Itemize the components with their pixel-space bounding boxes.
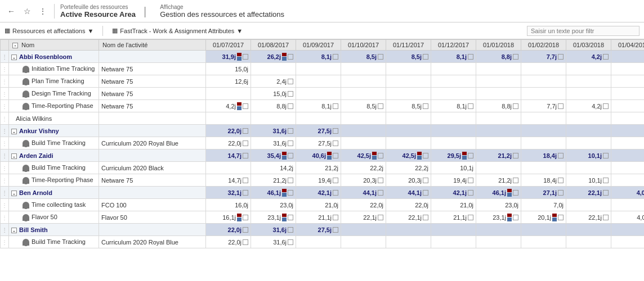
- cell-checkbox[interactable]: [333, 128, 338, 134]
- cell-checkbox[interactable]: [468, 215, 473, 220]
- cell-checkbox[interactable]: [378, 178, 383, 183]
- cell-checkbox[interactable]: [333, 54, 338, 60]
- cell-checkbox[interactable]: [333, 140, 338, 146]
- cell-checkbox[interactable]: [243, 103, 248, 109]
- cell-checkbox[interactable]: [288, 54, 293, 60]
- drag-handle[interactable]: ⋮: [1, 100, 9, 112]
- cell-checkbox[interactable]: [378, 153, 383, 158]
- cell-checkbox[interactable]: [333, 227, 338, 233]
- cell-checkbox[interactable]: [468, 54, 473, 60]
- toolbar-group-resources[interactable]: ▦ Ressources et affectations ▼: [5, 27, 93, 34]
- drag-handle[interactable]: ⋮: [1, 174, 9, 187]
- cell-checkbox[interactable]: [378, 190, 383, 196]
- drag-handle[interactable]: ⋮: [1, 211, 9, 224]
- drag-handle[interactable]: ⋮: [1, 199, 9, 211]
- cell-checkbox[interactable]: [378, 54, 383, 60]
- cell-checkbox[interactable]: [288, 79, 293, 84]
- expand-icon[interactable]: -: [11, 129, 17, 134]
- search-input[interactable]: [527, 26, 639, 36]
- cell-checkbox[interactable]: [288, 227, 293, 233]
- cell-checkbox[interactable]: [333, 103, 338, 109]
- back-button[interactable]: ←: [5, 4, 18, 18]
- drag-handle[interactable]: ⋮: [1, 88, 9, 100]
- cell-checkbox[interactable]: [288, 178, 293, 183]
- cell-checkbox[interactable]: [468, 153, 473, 158]
- cell-checkbox[interactable]: [558, 103, 564, 109]
- cell-checkbox[interactable]: [333, 190, 338, 196]
- expand-icon[interactable]: -: [11, 191, 17, 196]
- cell-checkbox[interactable]: [423, 153, 428, 158]
- drag-handle[interactable]: ⋮: [1, 63, 9, 75]
- expand-icon[interactable]: -: [11, 55, 17, 60]
- cell-checkbox[interactable]: [513, 178, 518, 183]
- drag-handle[interactable]: ⋮: [1, 162, 9, 174]
- star-button[interactable]: ☆: [20, 4, 34, 18]
- cell-checkbox[interactable]: [378, 103, 383, 109]
- cell-checkbox[interactable]: [423, 215, 428, 220]
- cell-checkbox[interactable]: [243, 227, 248, 233]
- cell-checkbox[interactable]: [288, 190, 293, 196]
- drag-handle[interactable]: ⋮: [1, 149, 9, 162]
- cell-checkbox[interactable]: [513, 54, 518, 60]
- drag-handle[interactable]: ⋮: [1, 236, 9, 248]
- cell-name[interactable]: -Ankur Vishny: [9, 125, 99, 137]
- cell-name[interactable]: -Bill Smith: [9, 224, 99, 236]
- drag-handle[interactable]: ⋮: [1, 125, 9, 137]
- cell-checkbox[interactable]: [288, 91, 293, 97]
- cell-checkbox[interactable]: [513, 215, 518, 220]
- cell-checkbox[interactable]: [558, 178, 564, 183]
- cell-checkbox[interactable]: [513, 153, 518, 158]
- cell-checkbox[interactable]: [423, 190, 428, 196]
- cell-checkbox[interactable]: [603, 178, 609, 183]
- drag-handle[interactable]: ⋮: [1, 137, 9, 149]
- toolbar-group-fasttrack[interactable]: ▦ FastTrack - Work & Assignment Attribut…: [112, 27, 243, 34]
- cell-checkbox[interactable]: [468, 103, 473, 109]
- cell-checkbox[interactable]: [468, 190, 473, 196]
- cell-checkbox[interactable]: [423, 178, 428, 183]
- cell-checkbox[interactable]: [243, 54, 248, 60]
- cell-checkbox[interactable]: [243, 215, 248, 220]
- cell-name[interactable]: -Arden Zaidi: [9, 149, 99, 162]
- cell-checkbox[interactable]: [288, 239, 293, 245]
- drag-handle[interactable]: ⋮: [1, 224, 9, 236]
- cell-checkbox[interactable]: [603, 153, 609, 158]
- cell-checkbox[interactable]: [333, 178, 338, 183]
- menu-button[interactable]: ⋮: [36, 4, 50, 18]
- cell-checkbox[interactable]: [513, 103, 518, 109]
- cell-checkbox[interactable]: [288, 140, 293, 146]
- expand-icon[interactable]: -: [11, 153, 17, 159]
- cell-checkbox[interactable]: [288, 153, 293, 158]
- cell-checkbox[interactable]: [333, 153, 338, 158]
- cell-checkbox[interactable]: [243, 239, 248, 245]
- cell-checkbox[interactable]: [243, 190, 248, 196]
- cell-checkbox[interactable]: [603, 190, 609, 196]
- cell-checkbox[interactable]: [603, 103, 609, 109]
- cell-checkbox[interactable]: [603, 215, 609, 220]
- drag-handle[interactable]: ⋮: [1, 187, 9, 199]
- cell-checkbox[interactable]: [288, 215, 293, 220]
- drag-handle[interactable]: ⋮: [1, 51, 9, 63]
- cell-name[interactable]: -Ben Arnold: [9, 187, 99, 199]
- cell-checkbox[interactable]: [243, 153, 248, 158]
- cell-checkbox[interactable]: [558, 215, 564, 220]
- cell-checkbox[interactable]: [288, 103, 293, 109]
- cell-name[interactable]: -Abbi Rosenbloom: [9, 51, 99, 63]
- cell-checkbox[interactable]: [243, 140, 248, 146]
- cell-checkbox[interactable]: [243, 178, 248, 183]
- cell-checkbox[interactable]: [513, 190, 518, 196]
- cell-checkbox[interactable]: [423, 103, 428, 109]
- header-expand-icon[interactable]: -: [12, 43, 18, 48]
- cell-checkbox[interactable]: [423, 54, 428, 60]
- cell-checkbox[interactable]: [243, 128, 248, 134]
- cell-checkbox[interactable]: [333, 215, 338, 220]
- drag-handle[interactable]: ⋮: [1, 112, 9, 125]
- cell-checkbox[interactable]: [558, 54, 564, 60]
- drag-handle[interactable]: ⋮: [1, 75, 9, 88]
- cell-checkbox[interactable]: [468, 178, 473, 183]
- cell-checkbox[interactable]: [558, 190, 564, 196]
- cell-checkbox[interactable]: [558, 153, 564, 158]
- cell-checkbox[interactable]: [603, 54, 609, 60]
- cell-checkbox[interactable]: [288, 128, 293, 134]
- cell-checkbox[interactable]: [378, 215, 383, 220]
- expand-icon[interactable]: -: [11, 228, 17, 233]
